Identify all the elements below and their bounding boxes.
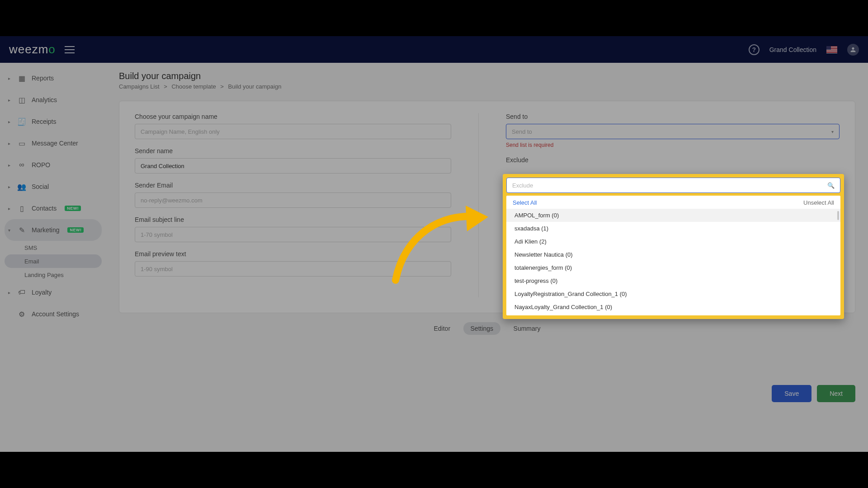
- sidebar-item-label: Reports: [32, 75, 54, 82]
- sidebar-item-contacts[interactable]: ▸▯ContactsNEW!: [0, 197, 106, 219]
- tab-summary[interactable]: Summary: [506, 322, 548, 335]
- scrollbar-thumb[interactable]: [837, 211, 839, 220]
- contacts-icon: ▯: [17, 204, 26, 213]
- user-avatar-icon[interactable]: [847, 44, 859, 56]
- logo-text: weezm: [9, 42, 48, 56]
- exclude-label: Exclude: [506, 156, 840, 164]
- breadcrumb-item: Build your campaign: [228, 83, 282, 90]
- sidebar-sub-landing-pages[interactable]: Landing Pages: [0, 268, 106, 282]
- sidebar-item-label: Marketing: [32, 226, 59, 234]
- breadcrumb-item[interactable]: Choose template: [171, 83, 216, 90]
- exclude-dropdown: Select All Unselect All AMPOL_form (0) s…: [506, 196, 840, 315]
- exclude-placeholder: Exclude: [512, 182, 533, 189]
- app-header: weezmo ? Grand Collection: [0, 36, 868, 63]
- select-all-link[interactable]: Select All: [513, 199, 537, 206]
- breadcrumb-item[interactable]: Campaigns List: [119, 83, 160, 90]
- send-to-placeholder: Send to: [512, 128, 532, 135]
- wizard-tabs: Editor Settings Summary: [119, 322, 855, 335]
- unselect-all-link[interactable]: Unselect All: [803, 199, 834, 206]
- sidebar-item-marketing[interactable]: ▾✎MarketingNEW!: [5, 219, 102, 241]
- new-badge: NEW!: [67, 227, 84, 233]
- dropdown-header: Select All Unselect All: [506, 196, 840, 209]
- breadcrumb: Campaigns List > Choose template > Build…: [119, 83, 855, 90]
- dropdown-option[interactable]: test-progress (0): [506, 274, 840, 287]
- card-left-column: Choose your campaign name Sender name Se…: [135, 113, 478, 297]
- sender-name-input[interactable]: [135, 158, 451, 174]
- sender-name-label: Sender name: [135, 147, 451, 155]
- sender-email-input[interactable]: [135, 192, 451, 208]
- chevron-right-icon: ▸: [8, 119, 12, 124]
- sender-email-label: Sender Email: [135, 182, 451, 189]
- save-button[interactable]: Save: [772, 385, 811, 402]
- send-to-label: Send to: [506, 113, 840, 120]
- gear-icon: ⚙: [17, 310, 26, 319]
- sidebar-item-label: Contacts: [32, 205, 57, 212]
- subject-input[interactable]: [135, 227, 451, 242]
- sidebar-sub-email[interactable]: Email: [5, 254, 102, 268]
- analytics-icon: ◫: [17, 96, 26, 104]
- sidebar-item-label: Receipts: [32, 118, 56, 125]
- breadcrumb-sep: >: [220, 83, 224, 90]
- send-to-select[interactable]: Send to ▾: [506, 124, 840, 139]
- header-right: ? Grand Collection: [749, 44, 859, 56]
- app-frame: weezmo ? Grand Collection ▸▦Reports ▸◫An…: [0, 36, 868, 452]
- tab-settings[interactable]: Settings: [463, 322, 501, 335]
- dropdown-option[interactable]: AMPOL_form (0): [506, 209, 840, 222]
- campaign-name-label: Choose your campaign name: [135, 113, 451, 120]
- message-icon: ▭: [17, 139, 26, 148]
- sidebar: ▸▦Reports ▸◫Analytics ▸🧾Receipts ▸▭Messa…: [0, 63, 106, 452]
- sidebar-item-label: Analytics: [32, 96, 57, 103]
- sidebar-item-analytics[interactable]: ▸◫Analytics: [0, 89, 106, 111]
- logo-o-icon: o: [48, 42, 55, 56]
- sidebar-item-account-settings[interactable]: ⚙Account Settings: [0, 303, 106, 325]
- breadcrumb-sep: >: [164, 83, 167, 90]
- help-icon[interactable]: ?: [749, 44, 760, 55]
- letterbox-top: [0, 0, 868, 36]
- new-badge: NEW!: [65, 206, 81, 211]
- chevron-right-icon: ▸: [8, 76, 12, 81]
- next-button[interactable]: Next: [817, 385, 855, 402]
- reports-icon: ▦: [17, 74, 26, 83]
- preview-text-label: Email preview text: [135, 250, 451, 258]
- dropdown-option[interactable]: Adi Klien (2): [506, 235, 840, 248]
- locale-flag-icon[interactable]: [826, 46, 837, 53]
- search-icon: 🔍: [827, 182, 835, 189]
- preview-text-input[interactable]: [135, 261, 451, 277]
- chevron-right-icon: ▸: [8, 98, 12, 103]
- subject-label: Email subject line: [135, 216, 451, 223]
- receipts-icon: 🧾: [17, 117, 26, 126]
- chevron-right-icon: ▸: [8, 290, 12, 295]
- chevron-right-icon: ▸: [8, 206, 12, 211]
- send-to-error: Send list is required: [506, 142, 840, 148]
- logo: weezmo: [9, 42, 56, 56]
- sidebar-item-social[interactable]: ▸👥Social: [0, 176, 106, 197]
- dropdown-option[interactable]: totalenergies_form (0): [506, 261, 840, 274]
- sidebar-item-receipts[interactable]: ▸🧾Receipts: [0, 111, 106, 132]
- campaign-name-input[interactable]: [135, 124, 451, 139]
- sidebar-item-ropo[interactable]: ▸∞ROPO: [0, 154, 106, 176]
- sidebar-sub-sms[interactable]: SMS: [0, 241, 106, 254]
- sidebar-item-loyalty[interactable]: ▸🏷Loyalty: [0, 282, 106, 303]
- dropdown-option[interactable]: NayaxLoyalty_Grand Collection_1 (0): [506, 300, 840, 314]
- sidebar-item-reports[interactable]: ▸▦Reports: [0, 67, 106, 89]
- org-name[interactable]: Grand Collection: [769, 46, 816, 53]
- sidebar-item-label: ROPO: [32, 161, 50, 169]
- dropdown-option[interactable]: Newsletter Nautica (0): [506, 248, 840, 261]
- chevron-right-icon: ▸: [8, 163, 12, 168]
- sidebar-item-message-center[interactable]: ▸▭Message Center: [0, 132, 106, 154]
- chevron-right-icon: ▸: [8, 184, 12, 189]
- social-icon: 👥: [17, 183, 26, 191]
- dropdown-option[interactable]: sxadadsa (1): [506, 222, 840, 235]
- chevron-down-icon: ▾: [8, 228, 12, 233]
- exclude-search-input[interactable]: Exclude 🔍: [506, 178, 840, 193]
- menu-toggle-button[interactable]: [65, 46, 75, 53]
- loyalty-icon: 🏷: [17, 288, 26, 296]
- tab-editor[interactable]: Editor: [427, 322, 458, 335]
- dropdown-option[interactable]: LoyaltyRegistration_Grand Collection_1 (…: [506, 287, 840, 300]
- marketing-icon: ✎: [17, 226, 26, 235]
- chevron-down-icon: ▾: [831, 129, 834, 134]
- chevron-right-icon: ▸: [8, 141, 12, 146]
- exclude-dropdown-highlight: Exclude 🔍 Select All Unselect All AMPOL_…: [503, 174, 844, 319]
- action-bar: Save Next: [772, 385, 855, 402]
- dropdown-list: AMPOL_form (0) sxadadsa (1) Adi Klien (2…: [506, 209, 840, 315]
